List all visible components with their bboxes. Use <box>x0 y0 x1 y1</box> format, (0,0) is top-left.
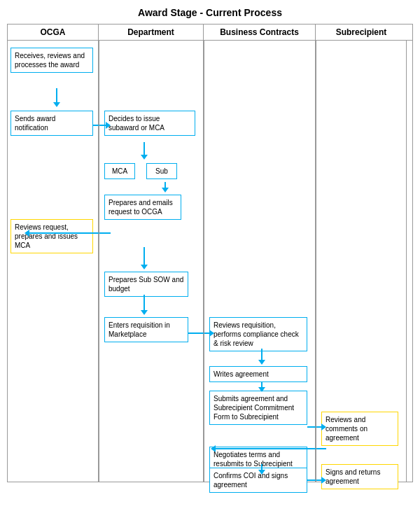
header-subrecipient: Subrecipient <box>316 24 407 40</box>
box-sends-award: Sends award notification <box>10 111 93 136</box>
swimlane-body: Receives, reviews and processes the awar… <box>8 41 412 482</box>
box-signs-returns: Signs and returns agreement <box>321 464 398 489</box>
lane-dept <box>99 41 204 482</box>
page-title: Award Stage - Current Process <box>7 7 413 18</box>
box-prepares-emails: Prepares and emails request to OCGA <box>104 195 181 220</box>
box-enters-requisition: Enters requisition in Marketplace <box>104 317 188 342</box>
box-prepares-sub-sow: Prepares Sub SOW and budget <box>104 272 188 297</box>
box-receives: Receives, reviews and processes the awar… <box>10 48 93 73</box>
box-sub: Sub <box>146 163 177 179</box>
swimlane-header: OCGA Department Business Contracts Subre… <box>8 24 412 41</box>
swimlane-container: OCGA Department Business Contracts Subre… <box>7 24 413 482</box>
header-business-contracts: Business Contracts <box>204 24 316 40</box>
box-submits-agreement: Submits agreement and Subrecipient Commi… <box>209 391 307 425</box>
header-ocga: OCGA <box>8 24 99 40</box>
box-reviews-requisition: Reviews requisition, performs compliance… <box>209 317 307 351</box>
header-department: Department <box>99 24 204 40</box>
box-writes-agreement: Writes agreement <box>209 366 307 382</box>
box-reviews-comments: Reviews and comments on agreement <box>321 412 398 446</box>
box-decides: Decides to issue subaward or MCA <box>104 111 195 136</box>
box-mca: MCA <box>104 163 135 179</box>
